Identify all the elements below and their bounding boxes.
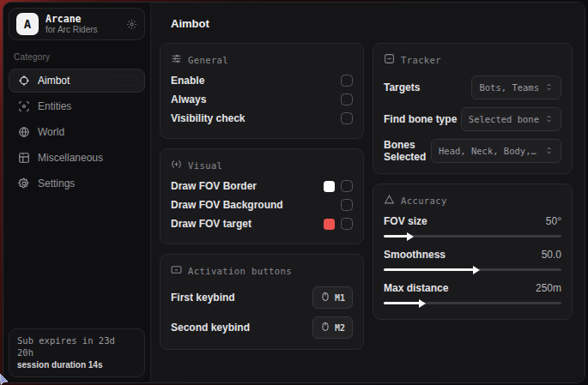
settings-gear-icon [17, 177, 30, 189]
slider-thumb[interactable] [473, 266, 480, 274]
activation-card: Activation buttons First keybind M1 Seco… [160, 254, 364, 350]
card-title: Tracker [401, 55, 441, 65]
smoothness-slider[interactable] [384, 263, 561, 275]
setting-row-enable: Enable [171, 71, 353, 90]
setting-row-targets: Targets Bots, Teams [384, 75, 561, 99]
always-checkbox[interactable] [341, 93, 353, 105]
chevrons-up-down-icon [544, 143, 554, 159]
select-value: Selected bone [469, 114, 539, 124]
subscription-card: Sub expires in 23d 20h session duration … [9, 328, 145, 377]
gear-icon[interactable] [126, 19, 137, 30]
slider-fill [384, 235, 409, 238]
mouse-icon [320, 320, 330, 335]
setting-row-find-bone-type: Find bone type Selected bone [384, 107, 561, 131]
slider-thumb[interactable] [419, 299, 426, 308]
row-label: FOV size [384, 215, 427, 227]
setting-row-fov-size: FOV size 50° [384, 215, 561, 242]
fov-size-slider[interactable] [384, 230, 561, 242]
row-label: Targets [384, 81, 420, 93]
app-subtitle: for Arc Riders [45, 25, 119, 35]
setting-row-smoothness: Smoothness 50.0 [384, 249, 561, 275]
visibility-check-checkbox[interactable] [341, 112, 353, 124]
second-keybind-button[interactable]: M2 [312, 316, 353, 339]
draw-fov-border-checkbox[interactable] [341, 180, 353, 192]
first-keybind-button[interactable]: M1 [312, 286, 353, 309]
page-title: Aimbot [171, 17, 573, 30]
sliders-icon [171, 52, 182, 68]
row-label: Max distance [384, 282, 448, 294]
sidebar-item-miscellaneous[interactable]: Miscellaneous [9, 146, 145, 170]
card-title: Activation buttons [188, 266, 292, 276]
app-title: Arcane [45, 14, 119, 25]
card-title: Visual [188, 160, 222, 171]
grid-icon [17, 152, 30, 164]
mouse-icon [320, 290, 330, 305]
brand-text: Arcane for Arc Riders [45, 14, 119, 35]
select-value: Head, Neck, Body, Pe... [439, 146, 539, 156]
setting-row-always: Always [171, 90, 353, 109]
sidebar-item-entities[interactable]: Entities [9, 94, 145, 118]
card-title: Accuracy [401, 196, 447, 206]
triangle-icon [384, 193, 395, 208]
select-value: Bots, Teams [479, 82, 539, 93]
crosshair-icon [17, 75, 30, 87]
chevrons-up-down-icon [544, 80, 554, 95]
category-label: Category [14, 52, 142, 62]
sidebar-item-label: Settings [38, 177, 75, 189]
row-label: First keybind [171, 292, 235, 304]
fov-target-color-swatch[interactable] [324, 219, 335, 230]
targets-select[interactable]: Bots, Teams [471, 75, 561, 99]
setting-row-first-keybind: First keybind M1 [171, 286, 353, 309]
row-label: Find bone type [384, 113, 457, 125]
sidebar-item-world[interactable]: World [9, 120, 145, 144]
draw-fov-background-checkbox[interactable] [341, 199, 353, 211]
keybind-value: M2 [335, 323, 345, 333]
tracker-card: Tracker Targets Bots, Teams Find bone ty… [373, 43, 573, 174]
sub-expiry-text: Sub expires in 23d 20h [17, 334, 136, 359]
row-label: Draw FOV target [171, 218, 252, 230]
accuracy-card: Accuracy FOV size 50° [373, 183, 573, 320]
chevrons-up-down-icon [544, 111, 554, 127]
row-label: Enable [171, 75, 204, 87]
find-bone-type-select[interactable]: Selected bone [461, 107, 561, 131]
setting-row-draw-fov-target: Draw FOV target [171, 214, 353, 233]
slider-value: 50° [546, 215, 561, 227]
row-label: Always [171, 93, 206, 105]
app-logo: A [16, 13, 39, 35]
sidebar-item-label: Miscellaneous [38, 152, 103, 164]
app-window: A Arcane for Arc Riders Category Aimbot [3, 2, 585, 383]
general-card: General Enable Always Visibility check [160, 43, 364, 139]
row-label: Second keybind [171, 322, 250, 334]
slider-value: 50.0 [542, 249, 561, 261]
row-label: Smoothness [384, 249, 446, 261]
slider-thumb[interactable] [407, 232, 414, 241]
max-distance-slider[interactable] [384, 297, 561, 309]
keybind-hint [112, 75, 137, 86]
entities-icon [17, 100, 30, 112]
setting-row-bones-selected: Bones Selected Head, Neck, Body, Pe... [384, 139, 561, 163]
session-duration-text: session duration 14s [17, 359, 136, 371]
main-panel: Aimbot General Enable Always [151, 3, 585, 382]
draw-fov-target-checkbox[interactable] [341, 218, 353, 230]
sidebar-nav: Aimbot Entities World Miscellaneous [9, 69, 145, 196]
setting-row-draw-fov-background: Draw FOV Background [171, 196, 353, 214]
visual-card: Visual Draw FOV Border Draw FOV Backgrou… [160, 148, 364, 244]
row-label: Draw FOV Background [171, 199, 283, 211]
keybind-value: M1 [335, 293, 345, 303]
row-label: Draw FOV Border [171, 180, 257, 192]
setting-row-visibility-check: Visibility check [171, 109, 353, 128]
sidebar-item-label: Aimbot [38, 75, 70, 87]
enable-checkbox[interactable] [341, 75, 353, 87]
setting-row-draw-fov-border: Draw FOV Border [171, 177, 353, 196]
slider-fill [384, 268, 475, 272]
sidebar: A Arcane for Arc Riders Category Aimbot [3, 3, 151, 382]
slider-fill [384, 302, 421, 305]
fov-border-color-swatch[interactable] [324, 181, 335, 192]
bones-selected-select[interactable]: Head, Neck, Body, Pe... [431, 139, 561, 163]
row-label: Visibility check [171, 112, 246, 124]
sidebar-item-label: World [38, 126, 64, 138]
keyboard-icon [171, 263, 182, 279]
sidebar-item-settings[interactable]: Settings [9, 171, 145, 196]
setting-row-max-distance: Max distance 250m [384, 282, 561, 309]
sidebar-item-aimbot[interactable]: Aimbot [9, 69, 145, 93]
